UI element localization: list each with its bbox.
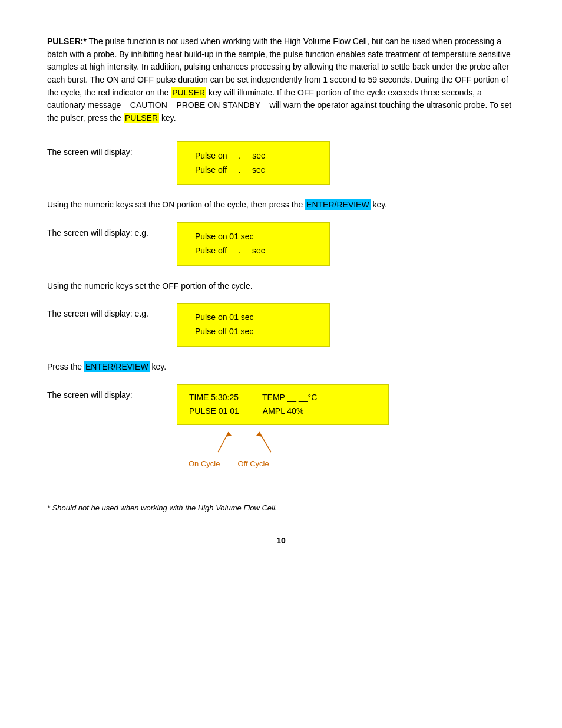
screen1-label: The screen will display: <box>47 141 177 157</box>
screen4-col1-line1: TIME 5:30:25 <box>189 391 239 405</box>
on-cycle-label: On Cycle <box>189 459 220 468</box>
screen-row-4: The screen will display: TIME 5:30:25 TE… <box>47 384 515 469</box>
screen2-line2: Pulse off __.__ sec <box>195 244 312 258</box>
enter-review-highlight1: ENTER/REVIEW <box>305 199 371 210</box>
screen1-line1: Pulse on __.__ sec <box>195 149 312 163</box>
screen2-line1: Pulse on 01 sec <box>195 230 312 244</box>
screen1-box: Pulse on __.__ sec Pulse off __.__ sec <box>177 141 330 185</box>
svg-marker-1 <box>226 432 232 437</box>
screen3-line2: Pulse off 01 sec <box>195 325 312 339</box>
paragraph-text3: key. <box>159 113 176 123</box>
instruction1-text2: key. <box>371 200 388 209</box>
instruction1-paragraph: Using the numeric keys set the ON portio… <box>47 199 515 212</box>
screen-row-1: The screen will display: Pulse on __.__ … <box>47 141 515 185</box>
svg-marker-3 <box>256 432 262 437</box>
arrow-diagram <box>177 427 389 457</box>
instruction3-text1: Press the <box>47 362 84 371</box>
pulser-label-bold: PULSER:* <box>47 37 87 46</box>
screen4-row1: TIME 5:30:25 TEMP __ __°C <box>189 391 376 405</box>
screen2-box: Pulse on 01 sec Pulse off __.__ sec <box>177 222 330 266</box>
screen4-box: TIME 5:30:25 TEMP __ __°C PULSE 01 01 AM… <box>177 384 389 426</box>
screen4-label: The screen will display: <box>47 384 177 400</box>
screen2-label: The screen will display: e.g. <box>47 222 177 238</box>
screen1-line2: Pulse off __.__ sec <box>195 163 312 177</box>
screen-row-2: The screen will display: e.g. Pulse on 0… <box>47 222 515 266</box>
screen4-row2: PULSE 01 01 AMPL 40% <box>189 404 376 419</box>
instruction3-paragraph: Press the ENTER/REVIEW key. <box>47 361 515 374</box>
arrow-svg <box>189 427 318 457</box>
screen4-col2-line1: TEMP __ __°C <box>262 391 317 405</box>
screen4-col1-line2: PULSE 01 01 <box>189 404 239 419</box>
instruction1-text1: Using the numeric keys set the ON portio… <box>47 200 305 209</box>
instruction3-text2: key. <box>150 362 167 371</box>
screen3-box: Pulse on 01 sec Pulse off 01 sec <box>177 303 330 347</box>
screen3-label: The screen will display: e.g. <box>47 303 177 318</box>
screen4-container: TIME 5:30:25 TEMP __ __°C PULSE 01 01 AM… <box>177 384 389 469</box>
enter-review-highlight2: ENTER/REVIEW <box>84 361 150 372</box>
pulser-highlight2: PULSER <box>124 113 159 123</box>
pulser-highlight1: PULSER <box>171 87 206 98</box>
screen-row-3: The screen will display: e.g. Pulse on 0… <box>47 303 515 347</box>
page-number: 10 <box>47 536 515 545</box>
instruction2-paragraph: Using the numeric keys set the OFF porti… <box>47 280 515 293</box>
off-cycle-label: Off Cycle <box>237 459 269 468</box>
footnote: * Should not be used when working with t… <box>47 503 515 512</box>
screen4-col2-line2: AMPL 40% <box>263 404 304 419</box>
main-paragraph: PULSER:* The pulse function is not used … <box>47 35 515 125</box>
screen3-line1: Pulse on 01 sec <box>195 311 312 325</box>
cycle-labels: On Cycle Off Cycle <box>189 459 389 468</box>
